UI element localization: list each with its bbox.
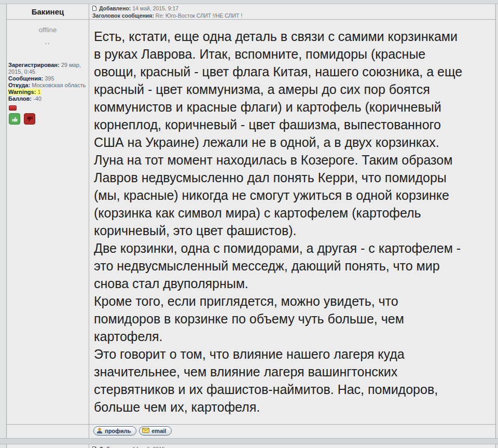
thumb-down-icon[interactable] (24, 113, 35, 125)
author-sidebar: offline .. Зарегистрирован: 29 мар, 2015… (7, 20, 89, 424)
post-body-text: Есть, кстати, еще одна деталь в связи с … (89, 20, 495, 424)
thumb-up-icon[interactable] (9, 113, 20, 125)
author-info: Зарегистрирован: 29 мар, 2015, 0:45 Сооб… (7, 62, 89, 102)
from-label: Откуда: (8, 82, 30, 88)
actions-left-cell (7, 425, 89, 438)
from-field: Откуда: Московская область (8, 82, 87, 89)
subject-value: Re: Юго-Восток СЛИТ !/НЕ СЛИТ ! (156, 12, 242, 19)
points-label: Баллов: (8, 96, 32, 102)
person-icon (96, 428, 103, 435)
posted-line: Добавлено: 14 май, 2015, 9:17 (92, 5, 492, 12)
points-field: Баллов: -40 (8, 96, 87, 102)
warnings-field: Warnings: 1 (8, 89, 87, 96)
subject-line: Заголовок сообщения: Re: Юго-Восток СЛИТ… (92, 12, 492, 19)
registered-label: Зарегистрирован: (8, 62, 60, 68)
next-post-author-cell (7, 444, 89, 448)
post-body-row: offline .. Зарегистрирован: 29 мар, 2015… (7, 20, 495, 424)
posted-label: Добавлено: (99, 5, 131, 11)
actions-cell: профиль email (89, 425, 495, 438)
messages-field: Сообщения: 395 (8, 75, 87, 82)
envelope-icon (142, 428, 149, 434)
post-actions-row: профиль email (7, 424, 495, 438)
points-value: -40 (33, 96, 42, 102)
author-username: Бакинец (7, 4, 89, 19)
subject-label: Заголовок сообщения: (92, 12, 154, 19)
posted-value: 14 май, 2015, 9:17 (132, 5, 178, 11)
post-meta: Добавлено: 14 май, 2015, 9:17 Заголовок … (89, 4, 495, 19)
warnings-label: Warnings: (8, 89, 36, 95)
profile-button-label: профиль (105, 428, 131, 434)
document-icon (92, 6, 96, 12)
next-post-meta: Добавлено: 14 май, 2015 (89, 444, 495, 448)
from-value: Московская область (32, 82, 86, 88)
email-button-label: email (151, 428, 166, 434)
profile-button[interactable]: профиль (93, 426, 136, 436)
email-button[interactable]: email (139, 426, 172, 436)
page-top-band (0, 0, 498, 4)
forum-post: Бакинец Добавлено: 14 май, 2015, 9:17 За… (6, 4, 496, 438)
messages-label: Сообщения: (8, 75, 43, 82)
registered-field: Зарегистрирован: 29 мар, 2015, 0:45 (8, 62, 87, 75)
karma-icons (7, 105, 89, 125)
next-post-partial: Добавлено: 14 май, 2015 (6, 444, 496, 448)
warnings-value: 1 (37, 89, 40, 95)
rank-dots: .. (7, 39, 89, 45)
warning-level-bar-icon (9, 105, 17, 111)
online-status: offline (7, 26, 89, 34)
next-posted-label: Добавлено: (99, 446, 131, 448)
next-posted-value: 14 май, 2015 (132, 446, 165, 448)
messages-value: 395 (45, 75, 54, 82)
post-separator (0, 438, 498, 444)
post-header-row: Бакинец Добавлено: 14 май, 2015, 9:17 За… (7, 4, 495, 20)
